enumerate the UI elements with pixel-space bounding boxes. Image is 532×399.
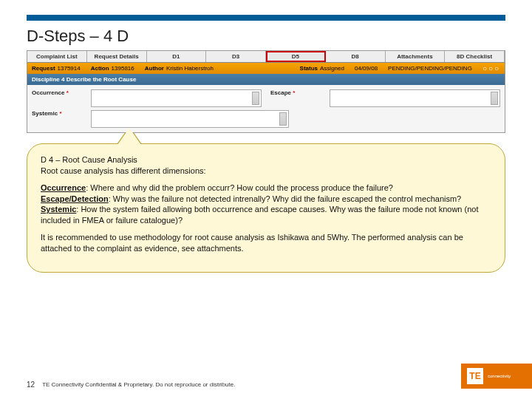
escape-term: Escape/Detection <box>41 194 109 203</box>
systemic-textarea[interactable] <box>91 110 289 128</box>
escape-textarea[interactable] <box>330 89 500 107</box>
field-occurrence: Occurrence * <box>27 88 266 109</box>
tab-d8[interactable]: D8 <box>326 51 386 62</box>
escape-text: : Why was the failure not detected intre… <box>109 194 462 203</box>
tab-complaint-list[interactable]: Complaint List <box>27 51 87 62</box>
recommendation-text: It is recommended to use methodology for… <box>41 232 491 254</box>
required-mark: * <box>66 89 69 96</box>
systemic-text: : How the system failed allowing both oc… <box>41 205 479 225</box>
te-logo: TE connectivity <box>461 364 532 389</box>
tab-request-details[interactable]: Request Details <box>87 51 147 62</box>
request-value: 1375914 <box>58 65 81 72</box>
te-mark: TE <box>467 368 483 384</box>
escape-label: Escape <box>270 89 291 96</box>
author-value: Kristin Haberstroh <box>166 65 214 72</box>
systemic-label: Systemic <box>32 110 58 117</box>
author-label: Author <box>145 65 164 72</box>
field-escape: Escape * <box>266 88 505 109</box>
request-label: Request <box>32 65 55 72</box>
tab-8d-checklist[interactable]: 8D Checklist <box>445 51 505 62</box>
app-screenshot: Complaint List Request Details D1 D3 D5 … <box>27 50 505 133</box>
occurrence-label: Occurrence <box>32 89 64 96</box>
field-systemic: Systemic * <box>27 109 505 129</box>
occurrence-text: : Where and why did the problem occurr? … <box>86 183 393 192</box>
callout-heading: D 4 – Root Cause Analysis <box>41 155 137 164</box>
confidentiality-notice: TE Connectivity Confidential & Proprieta… <box>42 381 235 388</box>
fields-area: Occurrence * Escape * Systemic * <box>27 85 505 132</box>
brand-stripe <box>27 15 505 21</box>
page-title: D-Steps – 4 D <box>27 27 505 46</box>
action-value: 1395816 <box>112 65 134 72</box>
status-value: Assigned <box>320 65 344 72</box>
page-number: 12 <box>27 381 35 389</box>
tab-d3[interactable]: D3 <box>206 51 266 62</box>
action-label: Action <box>91 65 109 72</box>
explanation-callout: D 4 – Root Cause Analysis Root cause ana… <box>27 143 505 273</box>
tab-d1[interactable]: D1 <box>147 51 207 62</box>
tab-bar: Complaint List Request Details D1 D3 D5 … <box>27 51 505 63</box>
date-value: 04/09/08 <box>355 65 378 72</box>
required-mark: * <box>293 89 295 96</box>
status-label: Status <box>300 65 318 72</box>
tab-d5[interactable]: D5 <box>266 51 326 62</box>
info-bar: Request 1375914 Action 1395816 Author Kr… <box>27 63 505 74</box>
section-header: Discipline 4 Describe the Root Cause <box>27 74 505 85</box>
occurrence-term: Occurrence <box>41 183 86 192</box>
occurrence-textarea[interactable] <box>91 89 262 107</box>
more-icon[interactable]: ○○○ <box>482 64 500 72</box>
te-sub: connectivity <box>488 374 511 378</box>
pending-value: PENDING/PENDING/PENDING <box>388 65 472 72</box>
systemic-term: Systemic <box>41 205 76 214</box>
tab-attachments[interactable]: Attachments <box>386 51 446 62</box>
footer: 12 TE Connectivity Confidential & Propri… <box>27 381 532 389</box>
required-mark: * <box>59 110 61 117</box>
callout-subheading: Root cause analysis has different dimens… <box>41 166 206 175</box>
